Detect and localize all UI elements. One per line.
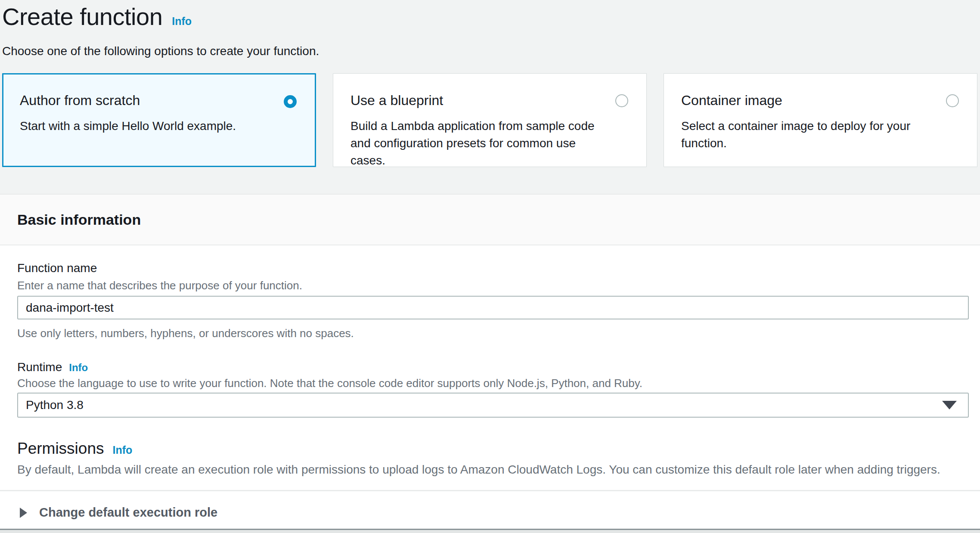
function-name-label: Function name [17,261,969,276]
runtime-select[interactable]: Python 3.8 [17,393,969,418]
expander-label: Change default execution role [39,505,217,520]
basic-information-section-header: Basic information [0,195,980,245]
basic-information-form: Function name Enter a name that describe… [0,261,980,533]
permissions-info-link[interactable]: Info [113,444,133,456]
option-card-container-image[interactable]: Container image Select a container image… [664,73,977,167]
radio-selected-icon[interactable] [284,95,297,108]
title-row: Create function Info [2,3,977,31]
page-title-info-link[interactable]: Info [172,15,192,28]
section-divider-bottom [0,529,980,533]
runtime-info-link[interactable]: Info [69,362,88,374]
radio-unselected-icon[interactable] [946,94,959,107]
card-description: Build a Lambda application from sample c… [350,118,612,169]
permissions-heading-row: Permissions Info [17,439,969,458]
permissions-description: By default, Lambda will create an execut… [17,462,969,477]
page-subtitle: Choose one of the following options to c… [2,43,977,59]
runtime-description: Choose the language to use to write your… [17,376,969,390]
basic-information-heading: Basic information [17,211,141,228]
card-title: Author from scratch [20,92,281,109]
option-card-use-a-blueprint[interactable]: Use a blueprint Build a Lambda applicati… [333,73,647,167]
permissions-heading: Permissions [17,439,104,458]
function-name-constraint: Use only letters, numbers, hyphens, or u… [17,326,969,340]
card-title: Use a blueprint [350,92,612,109]
page-header: Create function Info Choose one of the f… [0,0,980,195]
function-name-description: Enter a name that describes the purpose … [17,279,969,292]
radio-unselected-icon[interactable] [615,94,628,107]
runtime-label-row: Runtime Info [17,360,969,375]
card-description: Start with a simple Hello World example. [20,118,281,135]
page-title: Create function [2,3,162,31]
option-card-author-from-scratch[interactable]: Author from scratch Start with a simple … [2,73,316,167]
card-title: Container image [681,92,943,109]
expand-caret-icon [20,508,27,518]
change-default-execution-role-expander[interactable]: Change default execution role [17,491,969,533]
runtime-selected-value: Python 3.8 [26,398,84,412]
function-name-input[interactable] [17,296,969,319]
creation-option-cards: Author from scratch Start with a simple … [2,73,977,167]
dropdown-arrow-icon [942,401,957,409]
runtime-label: Runtime [17,360,62,375]
card-description: Select a container image to deploy for y… [681,118,943,152]
